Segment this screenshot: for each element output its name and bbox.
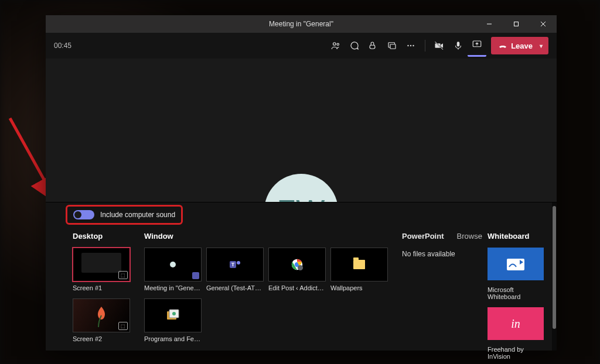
- share-window-3[interactable]: Wallpapers: [330, 248, 387, 291]
- mic-icon[interactable]: [449, 36, 468, 55]
- svg-text:T: T: [231, 262, 235, 267]
- tab-browse[interactable]: Browse: [457, 232, 482, 241]
- teams-icon: T: [228, 257, 242, 272]
- include-sound-label: Include computer sound: [100, 211, 175, 219]
- camera-off-icon[interactable]: [430, 36, 449, 55]
- svg-point-10: [410, 45, 411, 46]
- svg-point-5: [333, 43, 336, 46]
- teams-icon: [192, 272, 199, 279]
- chat-icon[interactable]: [345, 36, 364, 55]
- desktop-section: Desktop ⬚ Screen #1 ⬚ Screen #2: [73, 232, 129, 342]
- titlebar: Meeting in "General": [46, 15, 557, 33]
- share-desktop-screen2[interactable]: ⬚ Screen #2: [73, 298, 129, 342]
- window-title: Meeting in "General": [269, 20, 333, 28]
- more-icon[interactable]: [401, 36, 420, 55]
- svg-rect-8: [390, 44, 396, 49]
- no-files-label: No files available: [402, 250, 472, 258]
- minimize-button[interactable]: [476, 15, 503, 33]
- share-tray-scrollbar[interactable]: [552, 202, 557, 351]
- svg-rect-2: [514, 22, 519, 26]
- meeting-timer: 00:45: [54, 42, 71, 50]
- maximize-button[interactable]: [503, 15, 530, 33]
- whiteboard-invision[interactable]: in Freehand by InVision: [488, 307, 544, 360]
- section-header-window: Window: [144, 232, 387, 241]
- svg-rect-14: [457, 42, 460, 46]
- share-window-2[interactable]: Edit Post ‹ AddictiveTips ...: [268, 248, 325, 291]
- close-button[interactable]: [530, 15, 557, 33]
- monitor-icon: ⬚: [118, 322, 128, 330]
- share-tray: Include computer sound Desktop ⬚ Screen …: [46, 202, 557, 351]
- svg-point-9: [407, 45, 408, 46]
- svg-rect-26: [507, 259, 524, 270]
- monitor-icon: ⬚: [118, 271, 128, 279]
- svg-point-6: [337, 43, 339, 45]
- meeting-toolbar: 00:45 Leave ▾: [46, 33, 557, 59]
- share-icon[interactable]: [468, 35, 486, 57]
- section-header-whiteboard: Whiteboard: [488, 232, 544, 241]
- reactions-icon[interactable]: [364, 36, 383, 55]
- svg-point-11: [412, 45, 414, 46]
- section-header-desktop: Desktop: [73, 232, 129, 241]
- invision-icon: in: [511, 317, 520, 331]
- meeting-stage: FW Include computer sound Desktop ⬚ Scre…: [46, 59, 557, 351]
- leave-label: Leave: [511, 42, 533, 50]
- share-desktop-screen1[interactable]: ⬚ Screen #1: [73, 248, 129, 291]
- svg-point-22: [298, 265, 303, 270]
- hangup-icon: [498, 41, 507, 50]
- chrome-icon: [291, 258, 304, 271]
- window-section: Window Meeting in "General" | M... T Gen…: [144, 232, 387, 342]
- svg-point-19: [237, 261, 240, 265]
- chevron-down-icon: ▾: [540, 43, 543, 49]
- leave-button[interactable]: Leave ▾: [491, 37, 548, 54]
- toolbar-divider: [425, 40, 425, 51]
- folder-icon: [353, 260, 365, 269]
- powerpoint-section: PowerPoint Browse No files available: [402, 232, 472, 342]
- tab-powerpoint[interactable]: PowerPoint: [402, 232, 444, 241]
- include-sound-toggle[interactable]: [73, 210, 94, 219]
- flower-thumb-icon: [93, 304, 110, 327]
- teams-window: Meeting in "General" 00:45 Leave ▾ FW: [46, 15, 557, 351]
- whiteboard-section: Whiteboard Microsoft Whiteboard in Freeh…: [488, 232, 544, 342]
- svg-point-25: [172, 312, 176, 315]
- share-window-4[interactable]: Programs and Features: [144, 298, 200, 342]
- participants-icon[interactable]: [326, 36, 345, 55]
- include-sound-highlight: Include computer sound: [66, 205, 183, 225]
- share-window-1[interactable]: T General (Test-AT) | Micro...: [206, 248, 262, 291]
- whiteboard-ms[interactable]: Microsoft Whiteboard: [488, 248, 544, 300]
- whiteboard-icon: [506, 256, 526, 272]
- share-window-0[interactable]: Meeting in "General" | M...: [144, 248, 200, 291]
- rooms-icon[interactable]: [383, 36, 401, 55]
- programs-icon: [166, 309, 180, 322]
